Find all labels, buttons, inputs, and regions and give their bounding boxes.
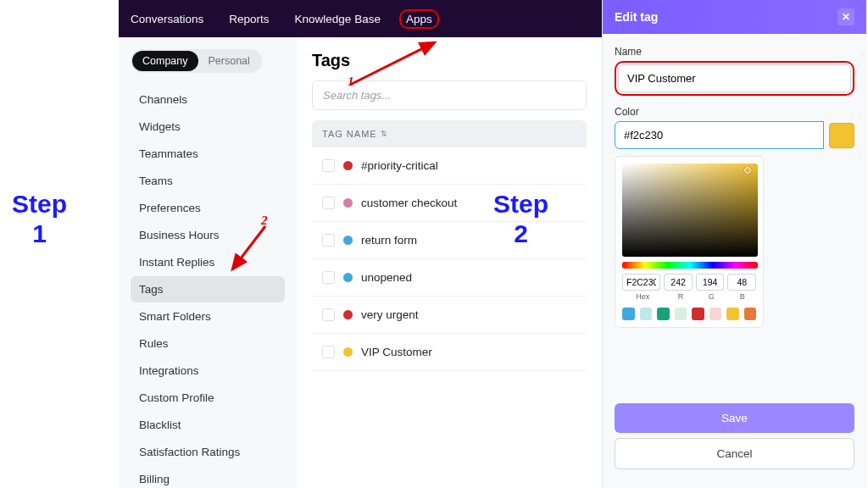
sidebar-item-tags[interactable]: Tags <box>131 276 285 302</box>
nav-knowledge-base[interactable]: Knowledge Base <box>295 13 381 25</box>
row-checkbox[interactable] <box>322 308 335 321</box>
hue-slider[interactable] <box>622 262 758 269</box>
preset-swatch[interactable] <box>726 308 739 320</box>
sidebar-item-channels[interactable]: Channels <box>131 86 285 113</box>
tab-company[interactable]: Company <box>132 51 198 71</box>
tag-label: VIP Customer <box>361 346 432 358</box>
modal-title: Edit tag <box>615 10 658 24</box>
close-icon[interactable]: ✕ <box>837 8 854 25</box>
tag-name-input[interactable] <box>618 64 851 92</box>
name-label: Name <box>615 46 854 58</box>
sidebar-item-integrations[interactable]: Integrations <box>131 358 285 384</box>
tag-label: #priority-critical <box>361 159 438 172</box>
sort-icon: ⇅ <box>381 130 388 138</box>
name-field-highlight <box>615 61 854 96</box>
tag-color-dot <box>343 198 353 208</box>
sidebar-list: Channels Widgets Teammates Teams Prefere… <box>131 86 285 488</box>
sidebar-item-smart-folders[interactable]: Smart Folders <box>131 303 285 330</box>
color-hex-input[interactable] <box>615 121 824 149</box>
sidebar-item-teams[interactable]: Teams <box>131 168 285 194</box>
annotation-step-2: Step2 <box>493 190 548 248</box>
preset-swatch[interactable] <box>622 308 635 320</box>
row-checkbox[interactable] <box>322 234 335 247</box>
preset-swatches <box>622 308 756 320</box>
table-header[interactable]: TAG NAME ⇅ <box>312 120 587 147</box>
color-picker: HexRGB <box>615 156 764 328</box>
scope-toggle: Company Personal <box>131 49 262 73</box>
current-color-swatch <box>829 123 854 148</box>
preset-swatch[interactable] <box>744 308 757 320</box>
tab-personal[interactable]: Personal <box>198 51 260 71</box>
sv-thumb[interactable] <box>744 167 751 174</box>
preset-swatch[interactable] <box>692 308 704 320</box>
row-checkbox[interactable] <box>322 197 335 209</box>
r-field[interactable] <box>664 274 693 291</box>
channel-labels: HexRGB <box>622 292 756 301</box>
row-checkbox[interactable] <box>322 271 335 284</box>
sidebar-item-billing[interactable]: Billing <box>131 466 285 488</box>
annotation-arrow-1 <box>346 38 443 89</box>
tag-color-dot <box>343 161 353 170</box>
saturation-value-field[interactable] <box>622 164 758 257</box>
table-row[interactable]: VIP Customer <box>312 334 587 371</box>
edit-tag-modal: Edit tag ✕ Name Color HexRGB <box>602 0 866 488</box>
save-button[interactable]: Save <box>615 403 854 433</box>
row-checkbox[interactable] <box>322 346 335 358</box>
table-row[interactable]: #priority-critical <box>312 147 587 185</box>
sidebar-item-blacklist[interactable]: Blacklist <box>131 412 285 438</box>
table-row[interactable]: unopened <box>312 259 587 297</box>
color-label: Color <box>615 106 854 118</box>
b-field[interactable] <box>727 274 756 291</box>
preset-swatch[interactable] <box>657 308 670 320</box>
preset-swatch[interactable] <box>640 308 653 320</box>
sidebar-item-rules[interactable]: Rules <box>131 330 285 357</box>
preset-swatch[interactable] <box>675 308 687 320</box>
preset-swatch[interactable] <box>709 308 722 320</box>
sidebar: Company Personal Channels Widgets Teamma… <box>119 37 297 488</box>
tag-label: very urgent <box>361 308 419 321</box>
annotation-step-1: Step1 <box>12 190 67 248</box>
svg-line-0 <box>350 42 435 85</box>
column-tag-name: TAG NAME <box>322 129 377 139</box>
tag-label: return form <box>361 234 417 247</box>
sidebar-item-teammates[interactable]: Teammates <box>131 141 285 167</box>
g-field[interactable] <box>696 274 725 291</box>
row-checkbox[interactable] <box>322 159 335 172</box>
tag-color-dot <box>343 347 353 357</box>
app-body: Company Personal Channels Widgets Teamma… <box>119 37 602 488</box>
top-nav: Conversations Reports Knowledge Base App… <box>119 0 602 37</box>
tag-color-dot <box>343 273 353 282</box>
annotation-arrow-2 <box>227 223 270 274</box>
modal-header: Edit tag ✕ <box>603 0 866 34</box>
sidebar-item-satisfaction-ratings[interactable]: Satisfaction Ratings <box>131 439 285 465</box>
sidebar-item-custom-profile[interactable]: Custom Profile <box>131 385 285 411</box>
svg-line-1 <box>232 226 265 269</box>
hex-field[interactable] <box>622 274 660 291</box>
table-row[interactable]: very urgent <box>312 297 587 334</box>
nav-conversations[interactable]: Conversations <box>131 13 203 25</box>
nav-apps[interactable]: Apps <box>399 9 439 29</box>
tag-color-dot <box>343 236 353 245</box>
tag-label: customer checkout <box>361 197 457 209</box>
nav-reports[interactable]: Reports <box>229 13 269 25</box>
cancel-button[interactable]: Cancel <box>615 438 854 469</box>
tag-label: unopened <box>361 271 412 284</box>
sidebar-item-widgets[interactable]: Widgets <box>131 114 285 140</box>
main-pane: Tags TAG NAME ⇅ #priority-criticalcustom… <box>297 37 602 488</box>
tag-color-dot <box>343 310 353 319</box>
